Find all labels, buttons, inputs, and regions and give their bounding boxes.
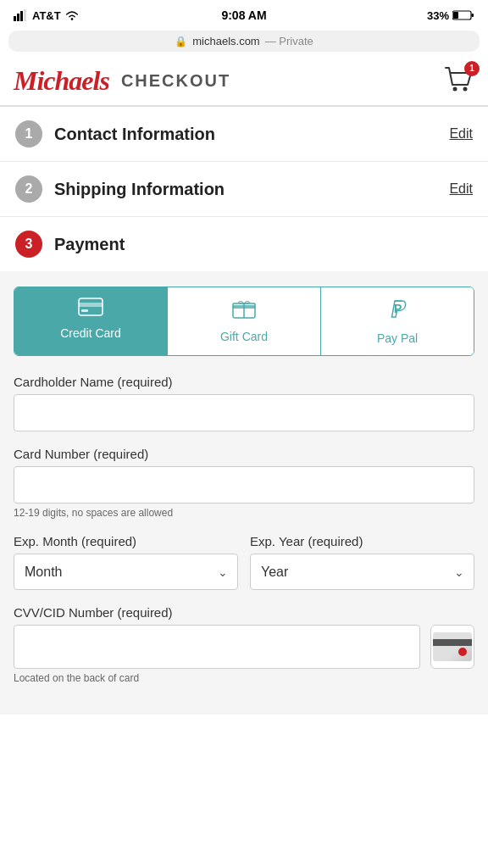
card-number-group: Card Number (required) 12-19 digits, no …	[14, 447, 474, 519]
svg-rect-7	[453, 12, 458, 19]
cvv-row	[14, 625, 474, 669]
exp-month-col: Exp. Month (required) Month0102030405060…	[14, 534, 238, 590]
svg-point-9	[463, 86, 468, 91]
paypal-tab[interactable]: P Pay Pal	[321, 287, 474, 355]
url-domain: michaels.com	[192, 35, 259, 47]
svg-rect-11	[79, 303, 103, 307]
gift-card-tab-label: Gift Card	[220, 330, 268, 343]
cvv-card-visual	[433, 632, 472, 661]
battery-percent: 33%	[427, 9, 449, 22]
lock-icon: 🔒	[175, 36, 187, 47]
cvv-input[interactable]	[14, 625, 420, 669]
svg-point-8	[453, 86, 458, 91]
url-private: — Private	[265, 35, 313, 47]
step-3-title: Payment	[54, 235, 125, 254]
cart-button[interactable]: 1	[444, 66, 474, 97]
step-2-edit[interactable]: Edit	[449, 181, 473, 197]
step-3-circle: 3	[15, 231, 42, 258]
battery-icon	[452, 9, 474, 21]
svg-rect-6	[472, 14, 474, 17]
cvv-group: CVV/CID Number (required) Located on the…	[14, 605, 474, 684]
step-1-left: 1 Contact Information	[15, 120, 215, 147]
step-3-row: 3 Payment	[0, 217, 488, 271]
card-svg	[78, 298, 103, 316]
cardholder-name-group: Cardholder Name (required)	[14, 375, 474, 431]
cvv-input-wrap	[14, 625, 420, 669]
exp-month-select[interactable]: Month010203040506070809101112	[14, 554, 238, 590]
payment-tabs: Credit Card Gift Card	[14, 287, 474, 356]
step-1-circle: 1	[15, 120, 42, 147]
step-3-left: 3 Payment	[15, 231, 125, 258]
cvv-hint: Located on the back of card	[14, 672, 474, 684]
step-2-circle: 2	[15, 175, 42, 203]
cart-badge: 1	[464, 61, 480, 76]
paypal-icon: P	[387, 298, 408, 326]
card-number-input[interactable]	[14, 466, 474, 504]
exp-year-select[interactable]: Year202420252026202720282029203020312032…	[250, 554, 474, 590]
paypal-tab-label: Pay Pal	[377, 331, 418, 345]
exp-year-label: Exp. Year (required)	[250, 534, 474, 548]
svg-text:P: P	[394, 302, 402, 315]
step-2-title: Shipping Information	[54, 180, 225, 199]
cardholder-name-input[interactable]	[14, 394, 474, 431]
credit-card-icon	[78, 298, 103, 321]
cvv-label: CVV/CID Number (required)	[14, 605, 474, 620]
status-battery-area: 33%	[427, 9, 474, 22]
svg-rect-12	[81, 309, 88, 312]
step-1-edit[interactable]: Edit	[449, 126, 473, 142]
svg-rect-1	[17, 14, 19, 21]
cvv-card-icon	[430, 625, 474, 669]
payment-section: Credit Card Gift Card	[0, 271, 488, 715]
cvv-red-dot	[458, 648, 467, 656]
gift-svg	[231, 298, 257, 320]
svg-point-4	[70, 18, 73, 20]
expiry-row: Exp. Month (required) Month0102030405060…	[14, 534, 474, 590]
svg-rect-3	[24, 9, 26, 21]
step-2-left: 2 Shipping Information	[15, 175, 225, 203]
carrier-label: AT&T	[32, 9, 61, 22]
exp-month-select-wrap: Month010203040506070809101112 ⌄	[14, 554, 238, 590]
step-2-row: 2 Shipping Information Edit	[0, 162, 488, 217]
cvv-stripe	[433, 639, 472, 646]
michaels-logo: Michaels	[14, 65, 109, 97]
card-number-hint: 12-19 digits, no spaces are allowed	[14, 507, 474, 519]
exp-year-col: Exp. Year (required) Year202420252026202…	[250, 534, 474, 590]
card-number-label: Card Number (required)	[14, 447, 474, 461]
logo-area: Michaels CHECKOUT	[14, 65, 230, 97]
status-bar: AT&T 9:08 AM 33%	[0, 0, 488, 31]
status-carrier: AT&T	[14, 9, 80, 22]
paypal-svg: P	[387, 298, 408, 321]
wifi-icon	[64, 9, 80, 21]
step-1-title: Contact Information	[54, 125, 215, 144]
url-bar[interactable]: 🔒 michaels.com — Private	[8, 31, 480, 52]
credit-card-tab-label: Credit Card	[60, 326, 121, 340]
svg-rect-0	[14, 16, 16, 21]
credit-card-tab[interactable]: Credit Card	[14, 287, 168, 355]
exp-month-label: Exp. Month (required)	[14, 534, 238, 548]
checkout-label: CHECKOUT	[121, 71, 230, 91]
svg-rect-2	[20, 11, 23, 21]
step-1-number: 1	[25, 126, 33, 142]
page-header: Michaels CHECKOUT 1	[0, 57, 488, 107]
exp-year-select-wrap: Year202420252026202720282029203020312032…	[250, 554, 474, 590]
gift-card-icon	[231, 298, 257, 325]
step-1-row: 1 Contact Information Edit	[0, 107, 488, 162]
gift-card-tab[interactable]: Gift Card	[168, 287, 321, 355]
step-3-number: 3	[25, 236, 33, 252]
checkout-steps: 1 Contact Information Edit 2 Shipping In…	[0, 107, 488, 271]
signal-icon	[14, 9, 29, 21]
cardholder-name-label: Cardholder Name (required)	[14, 375, 474, 389]
status-time: 9:08 AM	[221, 8, 266, 22]
step-2-number: 2	[25, 181, 33, 197]
